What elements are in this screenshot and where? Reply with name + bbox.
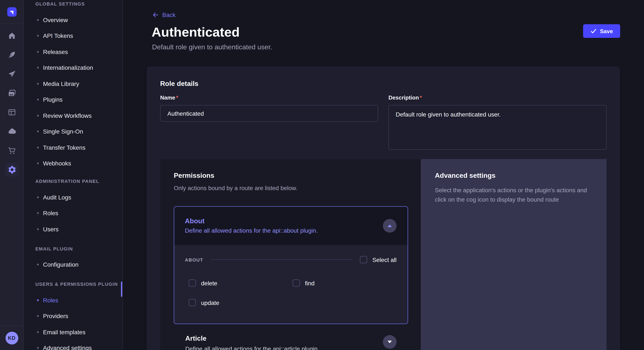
settings-sidebar: GLOBAL SETTINGS Overview API Tokens Rele… [24, 0, 123, 350]
sidebar-item-media-library[interactable]: Media Library [35, 76, 122, 92]
accordion-article-header[interactable]: Article Define all allowed actions for t… [174, 334, 408, 350]
action-find: find [292, 279, 396, 287]
chevron-up-icon [388, 224, 392, 227]
name-input[interactable] [160, 105, 378, 122]
sidebar-item-overview[interactable]: Overview [35, 12, 122, 28]
sidebar-item-internationalization[interactable]: Internationalization [35, 60, 122, 76]
select-all-checkbox[interactable] [360, 256, 367, 263]
description-required-mark: * [420, 94, 422, 101]
sidebar-item-api-tokens[interactable]: API Tokens [35, 28, 122, 44]
permissions-subtitle: Only actions bound by a route are listed… [174, 184, 408, 193]
about-group-row: ABOUT Select all [185, 256, 396, 263]
role-details-heading: Role details [160, 79, 606, 88]
accordion-article-description: Define all allowed actions for the api::… [185, 345, 378, 350]
main-content: Back Authenticated Default role given to… [123, 0, 644, 350]
chevron-down-icon [388, 341, 392, 343]
accordion-about-header[interactable]: About Define all allowed actions for the… [174, 207, 408, 245]
accordion-about-description: Define all allowed actions for the api::… [185, 227, 378, 234]
cloud-icon[interactable] [5, 125, 18, 138]
check-icon [590, 28, 596, 34]
home-icon[interactable] [5, 29, 18, 42]
sidebar-item-users[interactable]: Users [35, 221, 122, 237]
delete-label: delete [201, 280, 217, 286]
back-label: Back [162, 11, 176, 18]
about-actions: delete find [189, 279, 396, 306]
delete-checkbox[interactable] [189, 279, 196, 287]
accordion-article-expand-button[interactable] [383, 335, 396, 349]
section-label-email-plugin: EMAIL PLUGIN [35, 246, 122, 252]
save-button[interactable]: Save [583, 24, 620, 38]
sidebar-item-single-sign-on[interactable]: Single Sign-On [35, 124, 122, 140]
sidebar-item-up-roles[interactable]: Roles [35, 292, 122, 308]
rail-footer: KD [0, 326, 24, 350]
permissions-panel: Permissions Only actions bound by a rout… [160, 159, 421, 350]
logo-area [0, 0, 24, 24]
update-label: update [201, 299, 219, 306]
select-all-label: Select all [372, 256, 396, 263]
name-required-mark: * [176, 94, 178, 101]
advanced-settings-heading: Advanced settings [435, 171, 593, 180]
find-checkbox[interactable] [292, 279, 300, 287]
paper-plane-icon[interactable] [5, 67, 18, 81]
section-label-administration-panel: ADMINISTRATION PANEL [35, 178, 122, 184]
sidebar-item-webhooks[interactable]: Webhooks [35, 156, 122, 172]
back-arrow-icon [152, 11, 159, 18]
sidebar-item-email-configuration[interactable]: Configuration [35, 257, 122, 273]
strapi-admin-app: KD GLOBAL SETTINGS Overview API Tokens R… [0, 0, 644, 350]
role-card: Role details Name* Description* Default … [146, 66, 620, 350]
sidebar-item-plugins[interactable]: Plugins [35, 92, 122, 108]
section-label-users-permissions-plugin: USERS & PERMISSIONS PLUGIN [35, 281, 122, 287]
back-link[interactable]: Back [152, 11, 176, 18]
save-label: Save [600, 28, 613, 34]
description-label: Description [388, 94, 419, 101]
accordion-about-body: ABOUT Select all delete [174, 245, 408, 324]
strapi-logo-icon[interactable] [7, 7, 16, 16]
action-delete: delete [189, 279, 292, 287]
marketplace-cart-icon[interactable] [5, 144, 18, 157]
accordion-about: About Define all allowed actions for the… [174, 206, 408, 324]
advanced-settings-text: Select the application's actions or the … [435, 185, 593, 204]
permissions-heading: Permissions [174, 171, 408, 180]
name-label: Name [160, 94, 175, 101]
action-update: update [189, 299, 301, 306]
page-subtitle: Default role given to authenticated user… [152, 43, 272, 51]
sidebar-item-transfer-tokens[interactable]: Transfer Tokens [35, 140, 122, 156]
accordion-article-title: Article [185, 334, 378, 343]
description-textarea[interactable]: Default role given to authenticated user… [388, 105, 606, 150]
sidebar-item-up-advanced-settings[interactable]: Advanced settings [35, 340, 122, 350]
icon-rail: KD [0, 0, 24, 350]
role-fields-row: Name* Description* Default role given to… [160, 94, 606, 151]
accordion-about-title: About [185, 217, 378, 225]
section-label-global-settings: GLOBAL SETTINGS [35, 1, 122, 7]
group-divider [211, 259, 352, 260]
settings-gear-icon[interactable] [5, 163, 18, 176]
find-label: find [305, 280, 314, 286]
permissions-grid: Permissions Only actions bound by a rout… [160, 159, 606, 350]
media-library-icon[interactable] [5, 86, 18, 100]
name-field-group: Name* [160, 94, 378, 151]
sidebar-item-releases[interactable]: Releases [35, 44, 122, 60]
accordion-about-collapse-button[interactable] [383, 219, 396, 233]
sidebar-item-audit-logs[interactable]: Audit Logs [35, 189, 122, 205]
advanced-settings-panel: Advanced settings Select the application… [421, 159, 606, 350]
update-checkbox[interactable] [189, 299, 196, 306]
layout-icon[interactable] [5, 105, 18, 119]
user-avatar[interactable]: KD [5, 332, 18, 345]
sidebar-item-review-workflows[interactable]: Review Workflows [35, 108, 122, 124]
sidebar-item-email-templates[interactable]: Email templates [35, 324, 122, 340]
description-field-group: Description* Default role given to authe… [388, 94, 606, 151]
rail-icon-list [5, 29, 18, 182]
about-group-label: ABOUT [185, 257, 203, 262]
sidebar-scroll-indicator[interactable] [121, 282, 122, 297]
sidebar-item-providers[interactable]: Providers [35, 308, 122, 324]
feather-icon[interactable] [5, 48, 18, 62]
page-title: Authenticated [152, 25, 240, 40]
sidebar-item-admin-roles[interactable]: Roles [35, 205, 122, 221]
